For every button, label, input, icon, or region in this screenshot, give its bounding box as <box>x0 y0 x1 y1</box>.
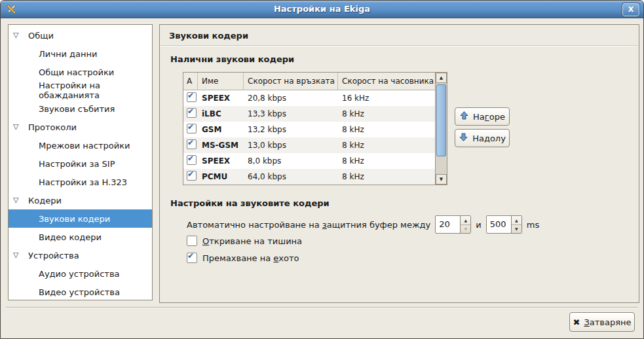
silence-checkbox[interactable]: ✔ <box>187 236 197 246</box>
codec-clock: 8 kHz <box>338 125 435 134</box>
sidebar-item-label: Звукови кодери <box>39 214 110 224</box>
close-button[interactable]: ✖ Затваряне <box>569 312 635 332</box>
column-header-active[interactable]: A <box>183 73 198 90</box>
expander-icon[interactable]: ▽ <box>13 196 18 204</box>
spin-down-icon[interactable]: ▼ <box>461 224 470 234</box>
sidebar-item[interactable]: Мрежови настройки <box>9 136 152 154</box>
column-header-bitrate[interactable]: Скорост на връзката <box>244 73 338 90</box>
table-scrollbar[interactable]: ▲ ▼ <box>435 73 447 185</box>
sidebar-item-label: Видео устройства <box>39 287 120 297</box>
scrollbar-up-icon[interactable]: ▲ <box>436 73 447 83</box>
codec-bitrate: 20,8 kbps <box>244 94 338 103</box>
codec-row[interactable]: ✔SPEEX20,8 kbps16 kHz <box>183 90 435 106</box>
codec-enabled-checkbox[interactable]: ✔ <box>187 92 197 102</box>
codec-clock: 8 kHz <box>338 109 435 118</box>
echo-label: Премахване на ехото <box>202 253 299 263</box>
sidebar-item-label: Звукови събития <box>39 104 115 114</box>
buffer-min-spinner[interactable]: 20 ▲ ▼ <box>435 215 471 234</box>
codec-bitrate: 13,0 kbps <box>244 141 338 150</box>
codec-name: PCMU <box>198 172 244 181</box>
codec-table-header: A Име Скорост на връзката Скорост на час… <box>183 73 447 90</box>
buffer-min-input[interactable]: 20 <box>436 216 460 233</box>
column-header-name[interactable]: Име <box>198 73 244 90</box>
sidebar-item[interactable]: Настройки за SIP <box>9 154 152 173</box>
scrollbar-down-icon[interactable]: ▼ <box>436 174 447 185</box>
codec-clock: 16 kHz <box>338 94 435 103</box>
titlebar[interactable]: Настройки на Ekiga X <box>1 1 643 18</box>
echo-checkbox[interactable]: ✔ <box>187 253 197 263</box>
sidebar-item[interactable]: Видео устройства <box>9 283 152 300</box>
codec-name: MS-GSM <box>198 141 244 150</box>
window-close-button[interactable]: X <box>622 3 639 16</box>
codec-bitrate: 13,3 kbps <box>244 109 338 118</box>
arrow-up-icon <box>459 111 469 122</box>
codec-enabled-checkbox[interactable]: ✔ <box>187 155 197 165</box>
column-header-clock[interactable]: Скорост на часовника <box>338 73 435 90</box>
unit-label: ms <box>527 220 539 230</box>
sidebar-item[interactable]: Настройки на обажданията <box>9 81 152 99</box>
silence-option-row: ✔ Откриване на тишина <box>187 236 302 246</box>
codec-row[interactable]: ✔MS-GSM13,0 kbps8 kHz <box>183 137 435 153</box>
sidebar-tree[interactable]: ▽ОбщиЛични данниОбщи настройкиНастройки … <box>8 24 153 300</box>
sidebar-item[interactable]: ▽Общи <box>9 26 152 45</box>
sidebar-item[interactable]: ▽Кодери <box>9 191 152 209</box>
main-panel: Звукови кодери Налични звукови кодери A … <box>159 24 639 303</box>
codec-table-body: ✔SPEEX20,8 kbps16 kHz✔iLBC13,3 kbps8 kHz… <box>183 90 435 185</box>
sidebar-item[interactable]: ▽Протоколи <box>9 118 152 136</box>
jitter-buffer-row: Автоматично настройване на защитния буфе… <box>187 215 539 234</box>
codec-settings-heading: Настройки на звуковите кодери <box>170 198 330 208</box>
page-title: Звукови кодери <box>169 31 248 41</box>
codec-enabled-checkbox[interactable]: ✔ <box>187 108 197 118</box>
sidebar-item-label: Аудио устройства <box>39 269 120 279</box>
codec-row[interactable]: ✔SPEEX8,0 kbps8 kHz <box>183 153 435 169</box>
sidebar-item[interactable]: Видео кодери <box>9 228 152 246</box>
sidebar-item[interactable]: Лични данни <box>9 45 152 63</box>
sidebar-item-label: Настройки на обажданията <box>39 80 152 100</box>
buffer-max-input[interactable]: 500 <box>487 216 511 233</box>
codec-table: A Име Скорост на връзката Скорост на час… <box>183 72 447 185</box>
sidebar-item[interactable]: Аудио устройства <box>9 264 152 283</box>
move-up-button[interactable]: Нагоре <box>455 107 510 126</box>
and-label: и <box>476 220 481 230</box>
footer-separator <box>6 307 638 308</box>
scrollbar-thumb[interactable] <box>436 84 446 156</box>
sidebar-item-label: Протоколи <box>28 122 77 132</box>
codec-enabled-checkbox[interactable]: ✔ <box>187 171 197 181</box>
codec-enabled-checkbox[interactable]: ✔ <box>187 139 197 149</box>
sidebar-item-label: Настройки за SIP <box>39 159 115 169</box>
expander-icon[interactable]: ▽ <box>13 31 18 39</box>
buffer-max-spinner[interactable]: 500 ▲ ▼ <box>486 215 522 234</box>
codec-name: SPEEX <box>198 94 244 103</box>
codec-row[interactable]: ✔GSM13,2 kbps8 kHz <box>183 122 435 137</box>
sidebar-item-label: Общи настройки <box>39 67 114 77</box>
codec-clock: 8 kHz <box>338 141 435 150</box>
codec-row[interactable]: ✔PCMU64,0 kbps8 kHz <box>183 169 435 185</box>
codec-bitrate: 64,0 kbps <box>244 172 338 181</box>
expander-icon[interactable]: ▽ <box>13 251 18 259</box>
echo-option-row: ✔ Премахване на ехото <box>187 253 299 263</box>
spin-up-icon[interactable]: ▲ <box>461 216 470 224</box>
codec-enabled-checkbox[interactable]: ✔ <box>187 124 197 134</box>
title-separator <box>161 45 638 46</box>
jitter-buffer-label: Автоматично настройване на защитния буфе… <box>187 220 430 230</box>
sidebar-item[interactable]: Общи настройки <box>9 63 152 81</box>
spin-down-icon[interactable]: ▼ <box>512 224 521 234</box>
sidebar-item[interactable]: Настройки за H.323 <box>9 173 152 191</box>
close-button-label: Затваряне <box>584 317 631 327</box>
close-x-icon: ✖ <box>573 317 580 327</box>
sidebar-item[interactable]: Звукови кодери <box>9 209 152 228</box>
codec-name: GSM <box>198 125 244 134</box>
sidebar-item[interactable]: ▽Устройства <box>9 246 152 264</box>
sidebar-item[interactable]: Звукови събития <box>9 99 152 118</box>
sidebar-item-label: Общи <box>28 31 54 41</box>
silence-label: Откриване на тишина <box>202 236 302 246</box>
codec-row[interactable]: ✔iLBC13,3 kbps8 kHz <box>183 106 435 122</box>
available-codecs-heading: Налични звукови кодери <box>170 54 294 64</box>
codec-clock: 8 kHz <box>338 172 435 181</box>
move-down-button[interactable]: Надолу <box>455 129 510 147</box>
expander-icon[interactable]: ▽ <box>13 122 18 131</box>
sidebar-item-label: Кодери <box>28 196 62 205</box>
codec-name: SPEEX <box>198 156 244 166</box>
codec-clock: 8 kHz <box>338 156 435 166</box>
spin-up-icon[interactable]: ▲ <box>512 216 521 224</box>
